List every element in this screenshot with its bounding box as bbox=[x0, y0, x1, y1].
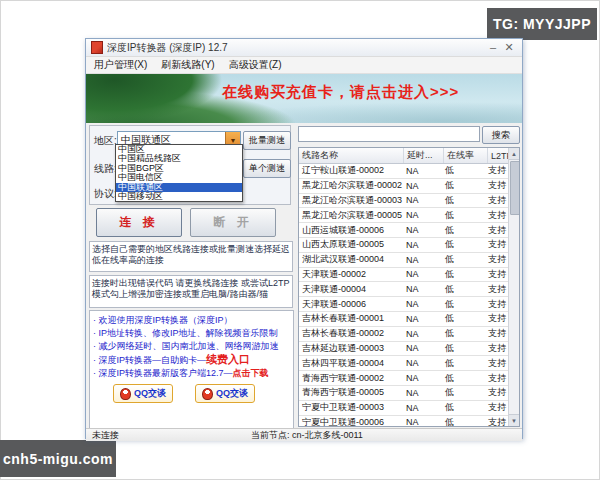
line-table: 线路名称延时...在线率L2TP 辽宁鞍山联通-00002NA低支持黑龙江哈尔滨… bbox=[298, 147, 520, 427]
table-row[interactable]: 吉林长春联通-00001NA低支持 bbox=[299, 312, 519, 327]
table-header[interactable]: 线路名称延时...在线率L2TP bbox=[299, 148, 519, 164]
table-cell: 低 bbox=[442, 194, 485, 208]
table-cell: 低 bbox=[442, 179, 485, 193]
dropdown-option[interactable]: 中国精品线路区 bbox=[116, 154, 242, 163]
table-cell: NA bbox=[403, 297, 442, 311]
table-cell: 青海西宁联通-00002 bbox=[299, 371, 403, 385]
promo-bullet: · 减少网络延时、国内南北加速、网络网游加速 bbox=[93, 340, 291, 353]
table-row[interactable]: 宁夏中卫联通-00006NA低支持 bbox=[299, 416, 519, 427]
table-row[interactable]: 山西太原联通-00005NA低支持 bbox=[299, 238, 519, 253]
content-area: 地区: 中国联通区 ▼ 批量测速 线路: 单个测速 协议: 中国区中国精品线路区… bbox=[86, 123, 522, 428]
banner-buy-link[interactable]: 在线购买充值卡，请点击进入>>> bbox=[222, 83, 459, 102]
scroll-down-icon[interactable]: ▼ bbox=[509, 414, 519, 426]
menu-advanced-settings[interactable]: 高级设置(Z) bbox=[229, 58, 282, 72]
table-cell: 山西太原联通-00005 bbox=[299, 238, 403, 252]
table-cell: 天津联通-00004 bbox=[299, 282, 403, 296]
table-body: 辽宁鞍山联通-00002NA低支持黑龙江哈尔滨联通-00002NA低支持黑龙江哈… bbox=[299, 164, 519, 427]
title-bar[interactable]: 深度IP转换器 (深度IP) 12.7 – ✕ bbox=[86, 39, 522, 57]
table-row[interactable]: 黑龙江哈尔滨联通-00005NA低支持 bbox=[299, 208, 519, 223]
table-cell: 低 bbox=[442, 268, 485, 282]
promo-link[interactable]: 点击下载 bbox=[233, 368, 269, 378]
table-cell: 黑龙江哈尔滨联通-00002 bbox=[299, 179, 403, 193]
table-cell: 低 bbox=[442, 282, 485, 296]
table-cell: 低 bbox=[442, 238, 485, 252]
table-row[interactable]: 吉林长春联通-00002NA低支持 bbox=[299, 327, 519, 342]
close-button[interactable]: ✕ bbox=[501, 40, 517, 55]
table-scrollbar[interactable]: ▲ ▼ bbox=[508, 148, 519, 426]
table-cell: NA bbox=[403, 223, 442, 237]
table-row[interactable]: 青海西宁联通-00002NA低支持 bbox=[299, 371, 519, 386]
column-header[interactable]: 延时... bbox=[404, 148, 444, 163]
table-cell: NA bbox=[403, 342, 442, 356]
table-row[interactable]: 宁夏中卫联通-00003NA低支持 bbox=[299, 401, 519, 416]
dropdown-option[interactable]: 中国联通区 bbox=[116, 183, 242, 192]
table-row[interactable]: 黑龙江哈尔滨联通-00002NA低支持 bbox=[299, 179, 519, 194]
table-cell: 低 bbox=[442, 401, 485, 415]
table-cell: 低 bbox=[442, 208, 485, 222]
table-row[interactable]: 吉林四平联通-00004NA低支持 bbox=[299, 356, 519, 371]
table-cell: NA bbox=[403, 416, 442, 427]
table-cell: NA bbox=[403, 356, 442, 370]
table-cell: 低 bbox=[442, 164, 485, 178]
dropdown-option[interactable]: 中国移动区 bbox=[116, 192, 242, 201]
table-cell: 吉林长春联通-00001 bbox=[299, 312, 403, 326]
table-cell: 低 bbox=[442, 371, 485, 385]
promo-link[interactable]: 续费入口 bbox=[206, 353, 250, 365]
qq-chat-label: QQ交谈 bbox=[216, 387, 248, 400]
connection-status: 未连接 bbox=[92, 429, 119, 441]
dropdown-option[interactable]: 中国电信区 bbox=[116, 173, 242, 182]
promo-banner[interactable]: 在线购买充值卡，请点击进入>>> bbox=[86, 74, 522, 123]
table-row[interactable]: 湖北武汉联通-00004NA低支持 bbox=[299, 253, 519, 268]
search-button[interactable]: 搜索 bbox=[482, 126, 520, 144]
promo-bullet: · 深度IP转换器最新版客户端12.7—点击下载 bbox=[93, 367, 291, 380]
tip-select-line: 选择自己需要的地区线路连接或批量测速选择延迟低在线率高的连接 bbox=[89, 241, 293, 272]
table-cell: 天津联通-00002 bbox=[299, 268, 403, 282]
column-header[interactable]: 线路名称 bbox=[299, 148, 404, 163]
table-cell: 天津联通-00006 bbox=[299, 297, 403, 311]
single-speedtest-button[interactable]: 单个测速 bbox=[243, 159, 291, 178]
menu-refresh-lines[interactable]: 刷新线路(Y) bbox=[161, 58, 214, 72]
table-row[interactable]: 天津联通-00002NA低支持 bbox=[299, 268, 519, 283]
table-row[interactable]: 吉林延边联通-00003NA低支持 bbox=[299, 342, 519, 357]
promo-box: · 欢迎使用深度IP转换器（深度IP）· IP地址转换、修改IP地址、解除视频音… bbox=[89, 310, 294, 430]
table-cell: NA bbox=[403, 194, 442, 208]
table-cell: 吉林长春联通-00002 bbox=[299, 327, 403, 341]
scrollbar-thumb[interactable] bbox=[510, 161, 520, 215]
qq-chat-button-2[interactable]: QQ交谈 bbox=[195, 384, 255, 403]
table-row[interactable]: 黑龙江哈尔滨联通-00003NA低支持 bbox=[299, 194, 519, 209]
qq-chat-label: QQ交谈 bbox=[134, 387, 166, 400]
table-cell: NA bbox=[403, 179, 442, 193]
menu-user-management[interactable]: 用户管理(X) bbox=[94, 58, 147, 72]
app-icon bbox=[91, 41, 103, 54]
search-input[interactable] bbox=[298, 126, 480, 142]
disconnect-button[interactable]: 断 开 bbox=[190, 208, 276, 237]
right-panel: 搜索 线路名称延时...在线率L2TP 辽宁鞍山联通-00002NA低支持黑龙江… bbox=[296, 123, 522, 428]
table-cell: 青海西宁联通-00005 bbox=[299, 386, 403, 400]
app-window: 深度IP转换器 (深度IP) 12.7 – ✕ 用户管理(X) 刷新线路(Y) … bbox=[85, 38, 523, 439]
connect-button[interactable]: 连 接 bbox=[96, 208, 182, 237]
column-header[interactable]: 在线率 bbox=[444, 148, 488, 163]
scroll-up-icon[interactable]: ▲ bbox=[509, 148, 519, 160]
table-cell: NA bbox=[403, 208, 442, 222]
table-row[interactable]: 辽宁鞍山联通-00002NA低支持 bbox=[299, 164, 519, 179]
dropdown-option[interactable]: 中国BGP区 bbox=[116, 164, 242, 173]
table-cell: 低 bbox=[442, 223, 485, 237]
minimize-button[interactable]: – bbox=[485, 40, 501, 55]
table-cell: NA bbox=[403, 386, 442, 400]
table-cell: 山西运城联通-00006 bbox=[299, 223, 403, 237]
qq-chat-button-1[interactable]: QQ交谈 bbox=[113, 384, 173, 403]
line-label: 线路: bbox=[94, 162, 117, 176]
table-row[interactable]: 天津联通-00006NA低支持 bbox=[299, 297, 519, 312]
table-cell: NA bbox=[403, 401, 442, 415]
table-row[interactable]: 天津联通-00004NA低支持 bbox=[299, 282, 519, 297]
table-cell: 黑龙江哈尔滨联通-00003 bbox=[299, 194, 403, 208]
batch-speedtest-button[interactable]: 批量测速 bbox=[243, 131, 291, 150]
region-dropdown-list[interactable]: 中国区中国精品线路区中国BGP区中国电信区中国联通区中国移动区 bbox=[115, 144, 243, 202]
table-cell: NA bbox=[403, 253, 442, 267]
table-cell: 宁夏中卫联通-00003 bbox=[299, 401, 403, 415]
table-row[interactable]: 山西运城联通-00006NA低支持 bbox=[299, 223, 519, 238]
table-row[interactable]: 青海西宁联通-00005NA低支持 bbox=[299, 386, 519, 401]
menu-bar: 用户管理(X) 刷新线路(Y) 高级设置(Z) bbox=[86, 57, 522, 74]
dropdown-option[interactable]: 中国区 bbox=[116, 145, 242, 154]
qq-penguin-icon bbox=[202, 388, 213, 400]
